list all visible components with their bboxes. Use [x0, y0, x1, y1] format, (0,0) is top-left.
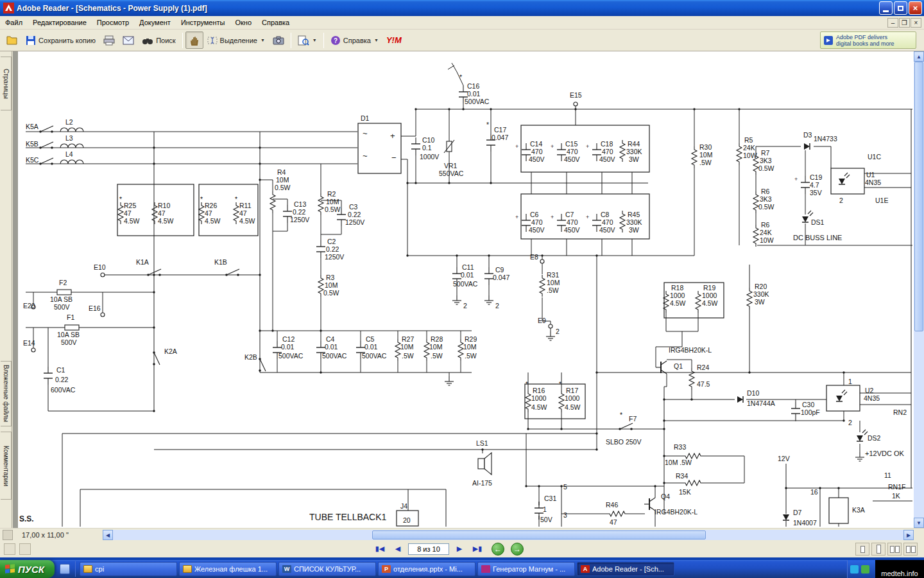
pane-resize-handle[interactable]: [3, 530, 13, 540]
next-page-button[interactable]: ▶: [452, 542, 467, 556]
help-button[interactable]: ? Справка ▼: [327, 31, 382, 49]
svg-text:C18: C18: [601, 140, 613, 148]
svg-text:.5W: .5W: [465, 352, 477, 360]
doc-close-button[interactable]: ×: [911, 18, 921, 28]
doc-minimize-button[interactable]: –: [887, 18, 898, 28]
menu-item-0[interactable]: Файл: [0, 17, 28, 28]
svg-text:D3: D3: [803, 131, 812, 139]
email-button[interactable]: [119, 31, 138, 49]
svg-text:+: +: [515, 143, 518, 150]
schematic-canvas[interactable]: +++++++K5AK5BK5CL2L3L4*R25474.5WR10474.5…: [18, 51, 914, 528]
svg-text:3: 3: [563, 511, 567, 519]
svg-text:4.5W: 4.5W: [158, 217, 174, 225]
svg-text:*: *: [559, 380, 561, 388]
svg-text:R33: R33: [674, 443, 686, 451]
svg-text:+: +: [586, 214, 589, 220]
adobe-ad-banner[interactable]: Adobe PDF delivers digital books and mor…: [820, 31, 916, 49]
first-page-button[interactable]: ▮◀: [372, 542, 388, 556]
svg-text:+: +: [586, 143, 589, 150]
zoom-tool-button[interactable]: ▼: [294, 31, 321, 49]
yahoo-messenger-button[interactable]: Y!M: [382, 31, 406, 49]
continuous-view-button[interactable]: [871, 543, 886, 556]
taskbar-task-0[interactable]: cpi: [80, 562, 177, 576]
svg-text:470: 470: [602, 148, 613, 155]
chevron-down-icon: ▼: [261, 38, 265, 42]
hand-tool-button[interactable]: [185, 31, 203, 49]
svg-text:10M: 10M: [325, 281, 338, 289]
menu-item-6[interactable]: Справка: [257, 17, 295, 28]
taskbar-task-4[interactable]: Генератор Магнум - ...: [477, 562, 575, 576]
taskbar-task-5[interactable]: AAdobe Reader - [Sch...: [577, 562, 674, 576]
page-size-label: 17,00 x 11,00 ": [22, 531, 69, 539]
svg-text:47: 47: [205, 209, 212, 217]
page-mode-icon[interactable]: [4, 543, 15, 555]
single-page-view-button[interactable]: [855, 543, 869, 556]
svg-text:C19: C19: [810, 173, 822, 181]
previous-view-button[interactable]: ←: [492, 543, 504, 556]
horizontal-scroll-thumb[interactable]: [372, 530, 706, 539]
vertical-scroll-thumb[interactable]: [914, 62, 923, 331]
svg-text:0.5W: 0.5W: [323, 289, 339, 297]
select-label: Выделение: [220, 37, 257, 44]
continuous-facing-view-button[interactable]: [903, 543, 918, 556]
svg-text:C5: C5: [366, 335, 375, 343]
svg-text:+12VDC OK: +12VDC OK: [865, 450, 904, 457]
toolbar-separator: [323, 33, 324, 48]
svg-text:IRG4BH20K-L: IRG4BH20K-L: [654, 508, 697, 516]
taskbar-task-1[interactable]: Железная флешка 1...: [179, 562, 277, 576]
last-page-button[interactable]: ▶▮: [470, 542, 485, 556]
menu-item-4[interactable]: Инструменты: [176, 17, 230, 28]
start-button[interactable]: ПУСК: [0, 560, 55, 578]
svg-text:500V: 500V: [54, 303, 70, 311]
next-view-button[interactable]: →: [511, 543, 524, 556]
sidebar-tab-2[interactable]: Комментарии: [1, 432, 12, 500]
menu-item-5[interactable]: Окно: [230, 17, 257, 28]
sidebar-tab-0[interactable]: Страницы: [1, 57, 12, 110]
save-copy-button[interactable]: Сохранить копию: [22, 31, 99, 49]
scroll-down-arrow[interactable]: ▼: [914, 518, 924, 528]
menu-item-3[interactable]: Документ: [134, 17, 176, 28]
snapshot-button[interactable]: [269, 31, 288, 49]
facing-view-button[interactable]: [887, 543, 902, 556]
svg-text:2: 2: [839, 197, 843, 204]
svg-text:450V: 450V: [529, 155, 545, 163]
svg-text:4.5W: 4.5W: [565, 403, 581, 411]
scroll-right-arrow[interactable]: ▶: [903, 530, 914, 540]
svg-text:F7: F7: [629, 415, 637, 423]
tray-network-icon[interactable]: [850, 565, 859, 574]
svg-text:TUBE TELLBACK1: TUBE TELLBACK1: [309, 512, 387, 522]
scroll-up-arrow[interactable]: ▲: [914, 51, 924, 62]
task-label: Железная флешка 1...: [194, 565, 268, 573]
svg-text:*: *: [459, 73, 462, 81]
svg-text:C31: C31: [544, 495, 556, 502]
layout-mode-icon[interactable]: [19, 543, 31, 555]
close-button[interactable]: ×: [909, 1, 922, 15]
menu-item-1[interactable]: Редактирование: [28, 17, 92, 28]
svg-text:1000: 1000: [565, 394, 580, 402]
horizontal-scrollbar[interactable]: ◀ ▶: [103, 530, 914, 540]
svg-text:R34: R34: [676, 472, 688, 480]
svg-text:0.22: 0.22: [293, 208, 306, 216]
select-tool-button[interactable]: Выделение ▼: [203, 31, 269, 49]
quick-launch-icon[interactable]: [60, 564, 70, 574]
vertical-scrollbar[interactable]: ▲ ▼: [914, 51, 924, 528]
taskbar-task-2[interactable]: WСПИСОК КУЛЬТУР...: [278, 562, 376, 576]
svg-text:11: 11: [884, 471, 891, 479]
print-button[interactable]: [99, 31, 119, 49]
scroll-left-arrow[interactable]: ◀: [103, 530, 113, 540]
svg-text:4.5W: 4.5W: [124, 217, 140, 225]
tray-shield-icon[interactable]: [861, 565, 869, 574]
restore-button[interactable]: [894, 1, 907, 15]
svg-text:R29: R29: [465, 335, 477, 343]
svg-text:0.01: 0.01: [325, 343, 338, 351]
previous-page-button[interactable]: ◀: [390, 542, 406, 556]
menu-item-2[interactable]: Просмотр: [92, 17, 134, 28]
taskbar-task-3[interactable]: Pотделения.pptx - Mi...: [378, 562, 475, 576]
minimize-button[interactable]: [879, 1, 893, 15]
svg-text:+: +: [551, 214, 554, 220]
open-button[interactable]: [3, 31, 22, 49]
doc-restore-button[interactable]: ❒: [899, 18, 910, 28]
sidebar-tab-1[interactable]: Вложенные файлы: [1, 361, 12, 426]
search-button[interactable]: Поиск: [138, 31, 179, 49]
page-indicator[interactable]: 8 из 10: [408, 543, 449, 555]
